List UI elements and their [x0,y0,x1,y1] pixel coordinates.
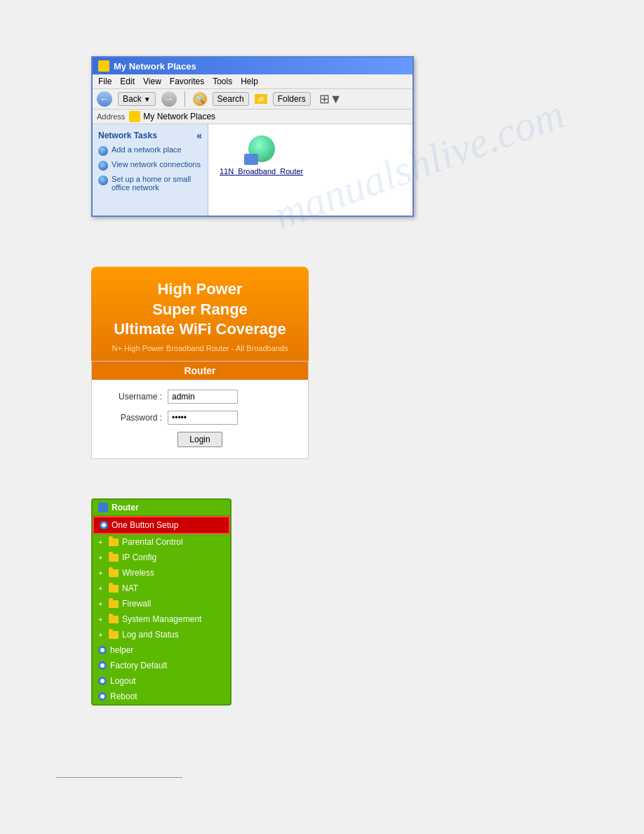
factory-default-label: Factory Default [110,661,167,670]
window-body: Network Tasks « Add a network place View… [93,124,412,216]
banner-title: High Power Super Range Ultimate WiFi Cov… [105,279,295,340]
log-status-label: Log and Status [122,630,179,640]
banner-line1: High Power [157,280,242,298]
nav-log-and-status[interactable]: + Log and Status [93,627,230,642]
collapse-button[interactable]: « [196,130,202,141]
back-dropdown-icon: ▼ [144,95,151,103]
reboot-icon [98,692,107,701]
firewall-folder-icon [109,600,119,608]
nav-firewall[interactable]: + Firewall [93,596,230,611]
address-text: My Network Places [143,112,215,121]
address-bar: Address My Network Places [93,110,412,124]
search-button[interactable]: Search [213,92,249,106]
search-icon: 🔍 [193,92,207,106]
login-button[interactable]: Login [177,432,222,447]
address-value: My Network Places [129,111,215,122]
log-status-expand-icon: + [98,630,105,639]
nav-factory-default[interactable]: Factory Default [93,658,230,673]
username-row: Username : [106,390,294,404]
nav-ip-config[interactable]: + IP Config [93,550,230,565]
banner-line3: Ultimate WiFi Coverage [114,320,286,338]
bottom-divider [56,777,182,778]
window-title: My Network Places [114,61,196,72]
nat-expand-icon: + [98,584,105,593]
network-tasks-title: Network Tasks « [98,130,202,141]
wireless-expand-icon: + [98,569,105,577]
username-label: Username : [106,392,162,402]
system-management-label: System Management [122,614,201,624]
router-banner: High Power Super Range Ultimate WiFi Cov… [91,267,309,361]
menu-help[interactable]: Help [241,77,258,86]
password-row: Password : [106,411,294,425]
menu-bar: File Edit View Favorites Tools Help [93,74,412,89]
banner-line2: Super Range [152,300,248,318]
setup-home-link[interactable]: Set up a home or small office network [98,175,202,192]
setup-home-icon [98,176,108,185]
back-label: Back [123,94,142,104]
log-status-folder-icon [109,631,119,639]
network-item-label: 11N_Broadband_Router [220,167,303,176]
monitor-icon [244,154,258,165]
ip-config-label: IP Config [122,552,156,562]
add-network-place-label: Add a network place [112,145,182,154]
helper-label: helper [110,645,133,655]
menu-file[interactable]: File [98,77,112,86]
forward-arrow-icon: → [161,91,177,107]
network-tasks-panel: Network Tasks « Add a network place View… [93,124,208,216]
nav-wireless[interactable]: + Wireless [93,565,230,581]
wireless-label: Wireless [122,568,154,578]
setup-home-label: Set up a home or small office network [112,175,202,192]
title-bar: My Network Places [93,58,412,74]
firewall-label: Firewall [122,599,151,609]
address-label: Address [97,112,125,121]
nav-parental-control[interactable]: + Parental Control [93,534,230,550]
login-header: Router [92,362,308,380]
back-button[interactable]: Back ▼ [118,92,156,106]
router-nav-menu: Router One Button Setup + Parental Contr… [91,498,232,706]
nav-logout[interactable]: Logout [93,673,230,689]
network-item[interactable]: 11N_Broadband_Router [220,135,303,176]
nat-label: NAT [122,583,138,593]
wireless-folder-icon [109,569,119,577]
menu-view[interactable]: View [143,77,161,86]
banner-subtitle: N+ High Power Broadband Router - All Bro… [105,344,295,352]
view-options-icon[interactable]: ⊞▼ [319,91,342,107]
search-label: Search [217,94,244,104]
nat-folder-icon [109,585,119,593]
back-arrow-icon: ← [97,91,112,107]
view-connections-label: View network connections [112,160,201,168]
ip-config-expand-icon: + [98,553,105,562]
logout-label: Logout [110,676,136,686]
username-input[interactable] [168,390,238,404]
nav-title: Router [112,503,139,512]
add-network-place-link[interactable]: Add a network place [98,145,202,156]
view-connections-link[interactable]: View network connections [98,160,202,171]
network-globe-composite [244,135,279,165]
menu-edit[interactable]: Edit [120,77,135,86]
parental-control-folder-icon [109,538,119,546]
parental-control-label: Parental Control [122,537,183,547]
address-icon [129,111,140,122]
nav-reboot[interactable]: Reboot [93,689,230,704]
one-button-setup-icon [100,521,108,529]
nav-title-bar: Router [93,500,230,516]
folders-button[interactable]: Folders [273,92,311,106]
window-icon [98,60,109,72]
add-network-place-icon [98,146,108,156]
login-form: Username : Password : Login [92,380,308,458]
logout-icon [98,677,107,685]
password-input[interactable] [168,411,238,425]
menu-tools[interactable]: Tools [213,77,232,86]
view-connections-icon [98,161,108,171]
nav-system-management[interactable]: + System Management [93,611,230,627]
menu-favorites[interactable]: Favorites [170,77,204,86]
nav-nat[interactable]: + NAT [93,581,230,596]
nav-helper[interactable]: helper [93,642,230,658]
firewall-expand-icon: + [98,600,105,608]
parental-control-expand-icon: + [98,538,105,546]
nav-one-button-setup[interactable]: One Button Setup [93,516,230,534]
helper-icon [98,646,107,654]
system-management-expand-icon: + [98,615,105,623]
toolbar: ← Back ▼ → 🔍 Search 📁 Folders ⊞▼ [93,89,412,110]
nav-title-icon [98,503,108,512]
